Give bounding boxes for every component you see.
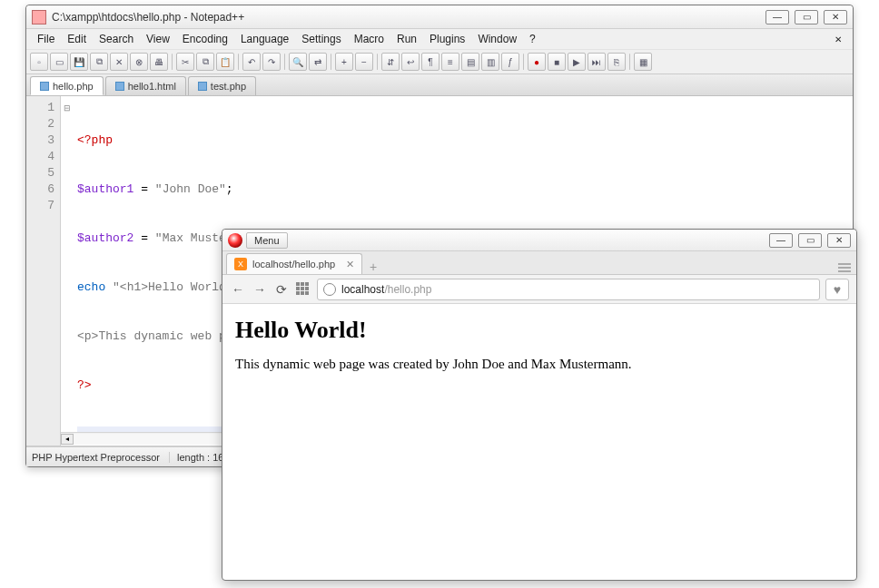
menu-help[interactable]: ?: [524, 31, 541, 47]
code-token: $author1: [77, 182, 133, 196]
find-icon[interactable]: 🔍: [289, 53, 307, 71]
new-tab-button[interactable]: +: [364, 260, 382, 274]
copy-icon[interactable]: ⧉: [196, 53, 214, 71]
site-info-icon[interactable]: [323, 283, 336, 296]
close-file-icon[interactable]: ✕: [110, 53, 128, 71]
line-number: 3: [26, 132, 54, 149]
play-macro-icon[interactable]: ▶: [568, 53, 586, 71]
undo-icon[interactable]: ↶: [242, 53, 261, 71]
line-number: 4: [26, 149, 54, 165]
tab-close-icon[interactable]: ✕: [346, 259, 354, 270]
menu-run[interactable]: Run: [391, 31, 422, 47]
page-content: Hello World! This dynamic web page was c…: [222, 304, 856, 385]
save-all-icon[interactable]: ⧉: [90, 53, 108, 71]
menu-bar: File Edit Search View Encoding Language …: [26, 29, 853, 49]
menu-view[interactable]: View: [141, 31, 175, 47]
record-macro-icon[interactable]: ●: [528, 53, 546, 71]
close-button[interactable]: ✕: [827, 233, 851, 248]
save-macro-icon[interactable]: ⎘: [607, 53, 626, 71]
code-token: "John Doe": [155, 182, 226, 196]
save-icon[interactable]: 💾: [70, 53, 88, 71]
play-multi-icon[interactable]: ⏭: [588, 53, 606, 71]
toolbar: ▫ ▭ 💾 ⧉ ✕ ⊗ 🖶 ✂ ⧉ 📋 ↶ ↷ 🔍 ⇄ + − ⇵ ↩ ¶ ≡ …: [26, 49, 853, 74]
menu-language[interactable]: Language: [235, 31, 294, 47]
sync-scroll-icon[interactable]: ⇵: [381, 53, 400, 71]
menu-macro[interactable]: Macro: [349, 31, 390, 47]
tab-test-php[interactable]: test.php: [188, 76, 256, 95]
doc-map-icon[interactable]: ▥: [481, 53, 499, 71]
folder-as-workspace-icon[interactable]: ▤: [461, 53, 479, 71]
menu-close-icon[interactable]: ✕: [829, 33, 847, 46]
tab-hello1-html[interactable]: hello1.html: [105, 76, 186, 95]
browser-tab[interactable]: X localhost/hello.php ✕: [226, 253, 362, 274]
close-button[interactable]: ✕: [824, 10, 847, 24]
maximize-button[interactable]: ▭: [795, 10, 818, 24]
scroll-left-icon[interactable]: ◂: [61, 434, 74, 445]
line-number: 6: [26, 181, 54, 198]
reload-button[interactable]: ⟳: [273, 281, 290, 298]
line-number: 1: [26, 100, 54, 116]
back-button[interactable]: ←: [230, 281, 246, 298]
paste-icon[interactable]: 📋: [216, 53, 234, 71]
opera-icon: [228, 233, 242, 248]
toolbar-separator: [172, 54, 173, 70]
url-host: localhost: [341, 283, 384, 296]
fold-toggle-icon[interactable]: ⊟: [61, 100, 74, 116]
wrap-icon[interactable]: ↩: [401, 53, 420, 71]
title-bar[interactable]: C:\xampp\htdocs\hello.php - Notepad++ — …: [26, 5, 853, 29]
browser-menu-button[interactable]: Menu: [246, 232, 288, 249]
page-paragraph: This dynamic web page was created by Joh…: [235, 357, 844, 372]
indent-guide-icon[interactable]: ≡: [441, 53, 459, 71]
zoom-out-icon[interactable]: −: [355, 53, 373, 71]
menu-plugins[interactable]: Plugins: [424, 31, 470, 47]
toolbar-separator: [238, 54, 239, 70]
menu-file[interactable]: File: [32, 31, 60, 47]
zoom-in-icon[interactable]: +: [335, 53, 353, 71]
file-icon: [40, 82, 49, 91]
address-bar[interactable]: localhost/hello.php: [317, 279, 820, 300]
tab-label: hello1.html: [128, 81, 176, 92]
speed-dial-button[interactable]: [295, 281, 311, 298]
minimize-button[interactable]: —: [765, 10, 789, 24]
menu-settings[interactable]: Settings: [296, 31, 346, 47]
extra-icon[interactable]: ▦: [634, 53, 652, 71]
tab-title: localhost/hello.php: [252, 259, 335, 270]
close-all-icon[interactable]: ⊗: [130, 53, 148, 71]
toolbar-separator: [331, 54, 331, 70]
new-file-icon[interactable]: ▫: [30, 53, 48, 71]
print-icon[interactable]: 🖶: [150, 53, 168, 71]
app-icon: [32, 10, 46, 24]
minimize-button[interactable]: —: [769, 233, 793, 248]
bookmark-button[interactable]: ♥: [825, 279, 849, 300]
browser-tab-strip: X localhost/hello.php ✕ +: [222, 251, 856, 275]
cut-icon[interactable]: ✂: [176, 53, 194, 71]
page-heading: Hello World!: [235, 317, 844, 344]
function-list-icon[interactable]: ƒ: [501, 53, 519, 71]
menu-encoding[interactable]: Encoding: [177, 31, 233, 47]
fold-column[interactable]: ⊟: [61, 96, 74, 446]
code-token: echo: [77, 280, 105, 294]
document-tabs: hello.php hello1.html test.php: [26, 74, 853, 96]
maximize-button[interactable]: ▭: [798, 233, 822, 248]
file-icon: [115, 82, 124, 91]
replace-icon[interactable]: ⇄: [309, 53, 327, 71]
line-number: 7: [26, 198, 54, 214]
tab-label: test.php: [211, 81, 246, 92]
open-file-icon[interactable]: ▭: [50, 53, 68, 71]
forward-button[interactable]: →: [252, 281, 268, 298]
menu-search[interactable]: Search: [94, 31, 139, 47]
show-chars-icon[interactable]: ¶: [421, 53, 440, 71]
tab-hello-php[interactable]: hello.php: [30, 76, 104, 95]
browser-toolbar: ← → ⟳ localhost/hello.php ♥: [222, 275, 856, 304]
menu-window[interactable]: Window: [472, 31, 522, 47]
url-path: /hello.php: [384, 283, 431, 296]
menu-edit[interactable]: Edit: [62, 31, 92, 47]
code-token: ?>: [77, 378, 92, 392]
code-token: <?php: [77, 133, 113, 147]
stop-macro-icon[interactable]: ■: [548, 53, 566, 71]
line-number: 5: [26, 165, 54, 181]
toolbar-separator: [377, 54, 378, 70]
browser-title-bar[interactable]: Menu — ▭ ✕: [222, 230, 856, 251]
redo-icon[interactable]: ↷: [262, 53, 281, 71]
panel-toggle-icon[interactable]: [836, 261, 853, 274]
